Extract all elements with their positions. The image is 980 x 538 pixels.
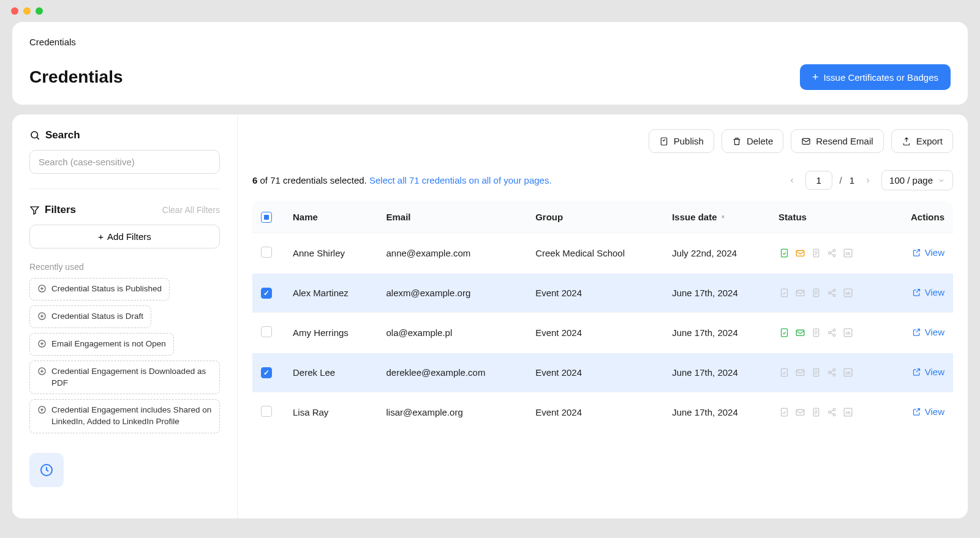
page-size-select[interactable]: 100 / page (881, 170, 953, 190)
svg-rect-10 (781, 249, 787, 257)
filter-chip[interactable]: Credential Engagement includes Shared on… (29, 399, 220, 433)
row-checkbox[interactable] (261, 406, 272, 417)
mail-status-icon (795, 288, 805, 298)
publish-icon (659, 136, 669, 146)
svg-rect-17 (781, 289, 787, 297)
filter-chip-label: Credential Status is Draft (51, 311, 143, 323)
row-checkbox[interactable] (261, 367, 272, 378)
page-separator: / (840, 175, 842, 185)
cell-email: alexm@example.org (377, 274, 527, 313)
cell-group: Event 2024 (527, 353, 663, 392)
filter-chip[interactable]: Credential Status is Draft (29, 305, 151, 328)
svg-rect-8 (661, 138, 666, 145)
external-link-icon (912, 367, 921, 376)
linkedin-status-icon (843, 367, 853, 378)
doc-status-icon (779, 367, 790, 378)
filter-chip-label: Email Engagement is not Open (51, 338, 166, 350)
issue-certificates-label: Issue Certificates or Badges (823, 72, 938, 83)
external-link-icon (912, 248, 921, 257)
view-link[interactable]: View (912, 327, 944, 337)
search-input[interactable] (29, 150, 220, 174)
clear-filters-button[interactable]: Clear All Filters (162, 205, 220, 215)
cell-issue-date: June 17th, 2024 (663, 313, 770, 353)
svg-point-0 (31, 132, 38, 138)
status-icons (778, 248, 879, 259)
doc-status-icon (779, 327, 790, 338)
svg-rect-39 (796, 409, 804, 415)
view-link[interactable]: View (912, 287, 944, 297)
doc-status-icon (779, 248, 790, 258)
filter-chip[interactable]: Credential Engagement is Downloaded as P… (29, 361, 220, 395)
chevron-left-icon (788, 177, 796, 184)
add-filters-button[interactable]: + Add Filters (29, 225, 220, 248)
export-button[interactable]: Export (891, 129, 953, 153)
mail-status-icon (795, 327, 805, 338)
share-status-icon (827, 248, 837, 258)
header-card: Credentials Credentials + Issue Certific… (12, 22, 968, 105)
view-link[interactable]: View (912, 406, 944, 417)
breadcrumb: Credentials (29, 37, 951, 47)
cell-email: ola@example.pl (377, 313, 527, 353)
page-total: 1 (850, 175, 854, 185)
filter-chip[interactable]: Email Engagement is not Open (29, 333, 174, 356)
doc-status-icon (779, 407, 790, 417)
mail-status-icon (795, 248, 805, 258)
plus-icon: + (98, 232, 104, 241)
publish-button[interactable]: Publish (649, 129, 714, 153)
row-checkbox[interactable] (261, 326, 272, 337)
window-close-button[interactable] (11, 7, 18, 15)
issue-certificates-button[interactable]: + Issue Certificates or Badges (800, 64, 951, 90)
column-name[interactable]: Name (284, 201, 377, 233)
plus-circle-icon (37, 339, 47, 348)
cell-group: Event 2024 (527, 313, 663, 353)
history-tile[interactable] (29, 453, 64, 487)
sort-icon: ▲▼ (721, 217, 726, 217)
next-page-button[interactable] (862, 174, 874, 187)
prev-page-button[interactable] (786, 174, 798, 187)
column-issue-date[interactable]: Issue date ▲▼ (663, 201, 770, 233)
view-label: View (925, 406, 944, 417)
chevron-right-icon (864, 177, 872, 184)
table-row: Derek Leedereklee@example.comEvent 2024J… (252, 353, 953, 392)
select-all-checkbox[interactable] (261, 212, 272, 223)
mail-status-icon (795, 407, 805, 417)
filter-chip-label: Credential Engagement is Downloaded as P… (51, 366, 212, 389)
row-checkbox[interactable] (261, 247, 272, 258)
column-group[interactable]: Group (527, 201, 663, 233)
page-status-icon (811, 288, 821, 298)
funnel-icon (29, 205, 40, 215)
cell-issue-date: June 17th, 2024 (663, 274, 770, 313)
cell-group: Creek Medical School (527, 233, 663, 274)
cell-group: Event 2024 (527, 274, 663, 313)
view-link[interactable]: View (912, 367, 944, 377)
svg-rect-32 (796, 370, 804, 375)
view-link[interactable]: View (912, 247, 944, 258)
delete-button[interactable]: Delete (722, 129, 783, 153)
select-all-link[interactable]: Select all 71 credentials on all of your… (369, 175, 552, 185)
cell-group: Event 2024 (527, 392, 663, 433)
external-link-icon (912, 407, 921, 416)
cell-name: Alex Martinez (284, 274, 377, 313)
page-status-icon (811, 367, 821, 378)
page-number-input[interactable] (805, 171, 832, 190)
svg-rect-25 (796, 330, 804, 335)
resend-email-button[interactable]: Resend Email (791, 129, 883, 153)
row-checkbox[interactable] (261, 288, 272, 299)
share-status-icon (827, 288, 837, 298)
selection-text: of 71 credentials selected. (257, 175, 369, 185)
search-icon (29, 130, 40, 141)
view-label: View (925, 247, 944, 258)
svg-rect-24 (781, 329, 787, 337)
publish-label: Publish (674, 136, 704, 146)
svg-rect-11 (796, 250, 804, 256)
window-minimize-button[interactable] (23, 7, 31, 15)
share-status-icon (827, 367, 837, 378)
doc-status-icon (779, 288, 790, 298)
cell-email: anne@example.com (377, 233, 527, 274)
filters-label: Filters (45, 204, 76, 216)
filter-chip[interactable]: Credential Status is Published (29, 278, 170, 301)
column-email[interactable]: Email (377, 201, 527, 233)
window-maximize-button[interactable] (36, 7, 43, 15)
filters-section-title: Filters (29, 204, 76, 216)
delete-label: Delete (747, 136, 773, 146)
